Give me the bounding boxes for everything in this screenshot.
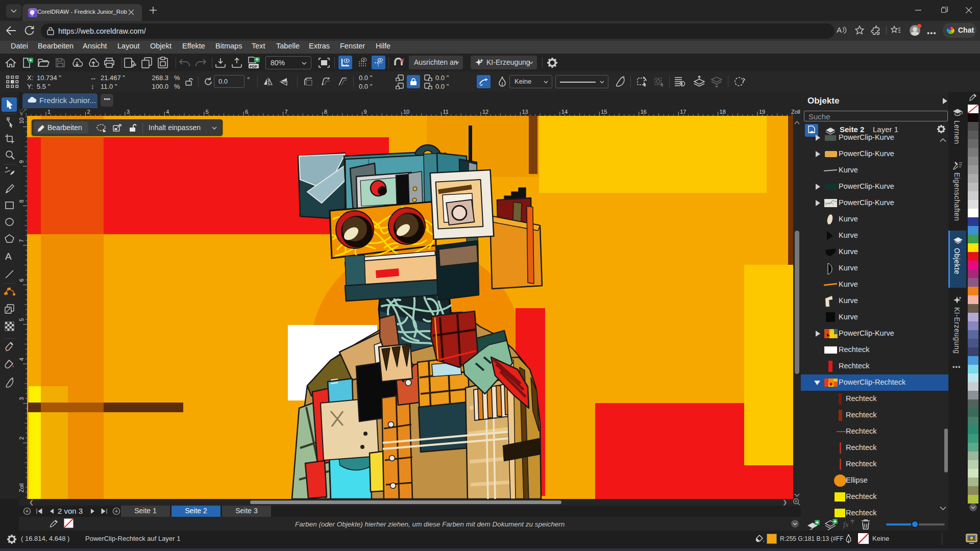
svg-text:10: 10 — [403, 109, 409, 115]
svg-text:2: 2 — [19, 437, 24, 440]
svg-text:16: 16 — [641, 109, 647, 115]
svg-text:12: 12 — [482, 109, 488, 115]
svg-text:7: 7 — [285, 109, 288, 115]
svg-text:7: 7 — [19, 239, 24, 242]
svg-text:3: 3 — [127, 109, 130, 115]
svg-text:5: 5 — [19, 318, 24, 321]
svg-text:15: 15 — [601, 109, 607, 115]
svg-text:10: 10 — [19, 117, 24, 123]
svg-text:11: 11 — [443, 109, 449, 115]
svg-text:6: 6 — [19, 279, 24, 282]
svg-text:1: 1 — [47, 109, 51, 115]
svg-text:17: 17 — [680, 109, 686, 115]
svg-text:3: 3 — [19, 397, 24, 400]
svg-text:8: 8 — [324, 109, 327, 115]
svg-text:6: 6 — [245, 109, 248, 115]
svg-text:A: A — [837, 26, 842, 34]
svg-text:Zoll: Zoll — [791, 109, 800, 115]
svg-text:19: 19 — [759, 109, 765, 115]
svg-text:4: 4 — [19, 358, 24, 361]
svg-text:fx: fx — [843, 521, 849, 529]
svg-text:A: A — [5, 252, 12, 261]
svg-text:2: 2 — [87, 109, 90, 115]
svg-text:Zoll: Zoll — [19, 483, 24, 492]
svg-text:PDF: PDF — [250, 64, 257, 69]
svg-text:8: 8 — [19, 199, 24, 203]
svg-text:4: 4 — [166, 109, 169, 115]
svg-text:9: 9 — [19, 160, 24, 163]
svg-text:14: 14 — [561, 109, 568, 115]
svg-text:18: 18 — [720, 109, 726, 115]
svg-text:13: 13 — [522, 109, 528, 115]
svg-text:5: 5 — [206, 109, 209, 115]
svg-text:9: 9 — [364, 109, 367, 115]
